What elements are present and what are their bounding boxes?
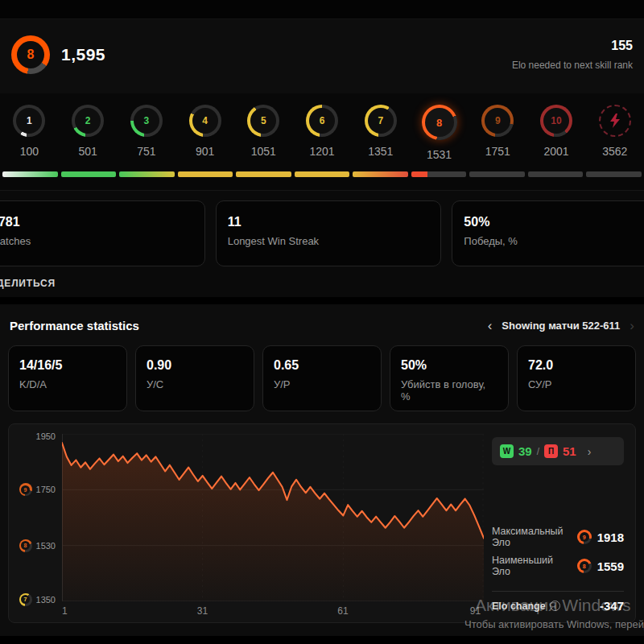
- stat-card-value: 14/16/5: [19, 358, 116, 373]
- level-7-gauge-icon: 7: [19, 593, 32, 606]
- stat-card-value: 72.0: [528, 358, 625, 373]
- ladder-elo-threshold: 1351: [368, 145, 393, 158]
- stat-card-label: СУ/Р: [528, 378, 625, 390]
- y-tick-1350: 71350: [19, 593, 56, 606]
- performance-title: Performance statistics: [10, 319, 139, 332]
- elo-header: 8 1,595 155 Elo needed to next skill ran…: [0, 19, 644, 93]
- progress-segment-2: [61, 171, 117, 177]
- pager-prev-chevron-icon[interactable]: ‹: [488, 319, 493, 332]
- ladder-level-1: 1100: [0, 105, 59, 161]
- stat-card-value: 11: [228, 215, 430, 229]
- stat-card: 1781Matches: [0, 200, 205, 266]
- current-elo-value: 1,595: [61, 45, 105, 64]
- ladder-level-4: 4901: [175, 105, 234, 161]
- x-tick-1: 1: [62, 605, 68, 617]
- y-tick-1750: 91750: [19, 483, 56, 496]
- ladder-elo-threshold: 2001: [543, 145, 568, 158]
- progress-segment-1: [2, 171, 58, 177]
- progress-segment-5: [236, 171, 291, 177]
- level-3-gauge-icon: 3: [130, 105, 163, 137]
- win-loss-pill[interactable]: W 39 / П 51 ›: [492, 437, 624, 465]
- share-button[interactable]: ДЕЛИТЬСЯ: [0, 278, 56, 289]
- stat-card-label: Убийств в голову, %: [401, 378, 497, 402]
- stat-card: 0.65У/Р: [262, 345, 382, 411]
- chart-y-axis: 1950917508153071350: [12, 434, 62, 601]
- pill-chevron-icon: ›: [588, 445, 592, 458]
- level-6-gauge-icon: 6: [306, 105, 338, 137]
- level-9-gauge-icon: 9: [481, 105, 514, 137]
- stat-card: 72.0СУ/Р: [517, 345, 636, 411]
- skill-ladder: 1100250137514901510516120171351815319175…: [0, 93, 644, 190]
- ladder-elo-threshold: 901: [196, 145, 214, 158]
- progress-segment-11: [586, 171, 642, 177]
- stat-card-label: K/D/A: [19, 378, 116, 390]
- progress-segment-9: [469, 171, 525, 177]
- stat-card-value: 1781: [0, 215, 193, 229]
- x-tick-61: 61: [337, 605, 348, 617]
- losses-count: 51: [563, 444, 576, 458]
- level-5-gauge-icon: 5: [247, 105, 279, 137]
- progress-segment-3: [119, 171, 175, 177]
- skill-ladder-row: 1100250137514901510516120171351815319175…: [0, 105, 644, 161]
- elo-progress-bar: [0, 171, 644, 177]
- x-tick-91: 91: [470, 605, 481, 617]
- elo-change-row: Elo change i -347: [492, 599, 624, 613]
- progress-segment-8: [411, 171, 467, 177]
- x-tick-31: 31: [197, 605, 208, 617]
- section-divider: [0, 297, 644, 304]
- level-8-gauge-icon: 8: [577, 559, 592, 573]
- ladder-level-10: 102001: [527, 105, 586, 161]
- side-stat-row: Наименьший Эло81559: [492, 555, 624, 577]
- stat-card-label: У/Р: [274, 378, 370, 390]
- stat-card-value: 0.90: [147, 358, 243, 373]
- pager-label: Showing матчи 522-611: [502, 320, 620, 332]
- progress-segment-6: [295, 171, 350, 177]
- ladder-elo-threshold: 100: [20, 145, 39, 158]
- win-badge: W: [500, 444, 514, 458]
- side-stat-label: Максимальный Эло: [492, 526, 572, 548]
- wins-count: 39: [518, 444, 532, 458]
- stat-card-label: Победы, %: [464, 235, 644, 247]
- challenger-wreath-icon: [599, 105, 631, 137]
- level-4-gauge-icon: 4: [189, 105, 221, 137]
- side-stat-value: 1559: [597, 559, 624, 573]
- level-2-gauge-icon: 2: [72, 105, 104, 137]
- ladder-elo-threshold: 1201: [309, 145, 334, 158]
- ladder-level-8: 81531: [410, 105, 469, 161]
- stat-card-label: Matches: [0, 235, 193, 247]
- ladder-elo-threshold: 751: [137, 145, 155, 158]
- stat-card: 50%Убийств в голову, %: [390, 345, 509, 411]
- side-stat-value: 1918: [597, 530, 624, 544]
- match-range-pager: ‹ Showing матчи 522-611 ›: [488, 319, 634, 332]
- ladder-elo-threshold: 3562: [602, 145, 627, 158]
- progress-segment-7: [353, 171, 408, 177]
- stat-cards: 14/16/5K/D/A0.90У/С0.65У/Р50%Убийств в г…: [8, 345, 636, 411]
- progress-segment-4: [178, 171, 233, 177]
- ladder-level-7: 71351: [351, 105, 410, 161]
- stat-card: 0.90У/С: [135, 345, 254, 411]
- y-tick-1530: 81530: [19, 539, 56, 552]
- ladder-level-5: 51051: [234, 105, 293, 161]
- ladder-level-2: 2501: [59, 105, 118, 161]
- window-top-strip: [0, 0, 644, 19]
- y-tick-1950: 1950: [36, 431, 56, 441]
- level-7-gauge-icon: 7: [365, 105, 397, 137]
- level-1-gauge-icon: 1: [13, 105, 45, 137]
- elo-change-label: Elo change: [492, 601, 546, 612]
- pager-next-chevron-icon[interactable]: ›: [630, 319, 634, 332]
- progress-segment-10: [528, 171, 584, 177]
- summary-cards: 1781Matches11Longest Win Streak50%Победы…: [0, 200, 644, 266]
- elo-change-value: -347: [600, 599, 624, 613]
- stat-card: 11Longest Win Streak: [216, 200, 442, 266]
- elo-to-next-rank-label: Elo needed to next skill rank: [512, 60, 633, 71]
- stat-card: 14/16/5K/D/A: [8, 345, 127, 411]
- elo-history-chart[interactable]: [62, 434, 484, 601]
- elo-to-next-rank-value: 155: [512, 39, 633, 53]
- stat-card-label: У/С: [147, 378, 243, 390]
- skill-level-8-gauge-icon: 8: [11, 35, 50, 74]
- ladder-level-9: 91751: [469, 105, 527, 161]
- side-panel-divider: [492, 591, 624, 592]
- level-9-gauge-icon: 9: [19, 483, 32, 496]
- info-icon[interactable]: i: [550, 601, 560, 611]
- ladder-level-6: 61201: [293, 105, 352, 161]
